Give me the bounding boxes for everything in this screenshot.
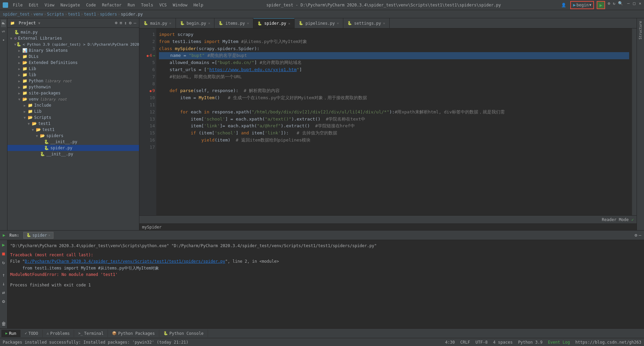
tree-item-site-packages[interactable]: ▶ 📁 site-packages [7,90,139,96]
run-file-link[interactable]: D:/Pycharm/PyCharm 2020.3.4/spider_test/… [25,259,225,264]
status-event-log[interactable]: Event Log [548,340,570,345]
tree-item-include[interactable]: ▶ 📁 Include [7,102,139,108]
run-button[interactable]: ▶ [597,1,605,9]
tree-item-lib-lower[interactable]: ▶ 📁 lib [7,72,139,78]
bottom-tab-python-packages[interactable]: 📦 Python Packages [108,330,159,337]
breadcrumb-item[interactable]: spiders [100,12,117,17]
tree-item-binary-skeletons[interactable]: ▶ 📊 Binary Skeletons [7,47,139,53]
gear-icon[interactable]: ⚙ [608,1,610,9]
sort-icon[interactable]: ↕ [124,20,127,25]
code-line-1: import scrapy [159,31,629,38]
breadcrumb-item[interactable]: spider_test [3,12,29,17]
menu-code[interactable]: Code [84,2,99,8]
tree-item-spider-py[interactable]: 🐍 spider.py [7,145,139,151]
tree-item-python-lib-root[interactable]: ▶ 📁 Pythonlibrary root [7,78,139,84]
tree-item-test1-l2[interactable]: ▼ 📂 test1 [7,127,139,133]
status-position[interactable]: 4:30 [445,340,455,345]
menu-edit[interactable]: Edit [26,2,41,8]
bottom-tab-todo[interactable]: ✓ TODO [21,330,43,337]
breadcrumb-item[interactable]: Scripts [47,12,64,17]
tab-close-items[interactable]: ✕ [247,21,249,25]
tree-item-venv-lib-root[interactable]: ▼ 📂 venvlibrary root [7,96,139,102]
run-delete-btn[interactable]: 🗑 [0,320,7,327]
tab-settings-py[interactable]: 🐍 settings.py ✕ [343,18,390,28]
tab-begin-py[interactable]: 🐍 begin.py ✕ [176,18,215,28]
right-tab-structure[interactable]: Structure [638,20,643,41]
tab-close-pipelines[interactable]: ✕ [337,21,339,25]
run-scroll-down[interactable]: ↓ [0,280,7,287]
bottom-tab-problems[interactable]: ⚠ Problems [43,330,74,337]
search-icon[interactable]: 🔍 [618,1,623,9]
tab-close-main[interactable]: ✕ [169,21,171,25]
tab-close-settings[interactable]: ✕ [383,21,385,25]
breadcrumb-file[interactable]: spider.py [121,12,143,17]
sidebar-tab-project[interactable]: P [1,20,6,27]
menu-run[interactable]: Run [125,2,138,8]
maximize-button[interactable]: □ [633,1,636,9]
minimize-panel-icon[interactable]: — [134,20,136,25]
reader-mode-label[interactable]: Reader Mode [602,217,628,222]
run-tab[interactable]: 🐍 spider ✕ [23,232,53,239]
tree-item-lib-upper[interactable]: ▶ 📁 Lib [7,66,139,72]
run-restart-btn[interactable]: ↻ [0,259,7,266]
run-config-box[interactable]: ▶ begin ▼ [570,1,594,9]
breadcrumb-item[interactable]: test1 [68,12,80,17]
breadcrumb-item[interactable]: test1 [84,12,96,17]
tree-item-main-py[interactable]: 🐍 main.py [7,29,139,35]
bottom-tab-terminal[interactable]: >_ Terminal [74,330,108,337]
run-filter-btn[interactable]: ⚙ [0,298,7,305]
menu-vcs[interactable]: VCS [157,2,169,8]
tree-item-init-py-2[interactable]: 🐍 __init__.py [7,151,139,157]
tab-pipelines-py[interactable]: 🐍 pipelines.py ✕ [295,18,343,28]
tree-item-test1-l1[interactable]: ▼ 📂 test1 [7,121,139,127]
tree-item-python39[interactable]: ▼ 🐍 < Python 3.9 (spider_test) > D:\Pych… [7,41,139,47]
run-close-icon[interactable]: — [639,233,641,238]
status-python[interactable]: Python 3.9 [518,340,543,345]
minimize-button[interactable]: — [627,1,629,9]
tree-item-venv-lib[interactable]: ▶ 📁 Lib [7,108,139,114]
run-wrap-btn[interactable]: ⇄ [0,289,7,296]
refresh-icon[interactable]: ↻ [613,1,615,9]
tree-item-init-py-1[interactable]: 🐍 __init__.py [7,139,139,145]
bottom-tab-run[interactable]: ▶ Run [1,330,21,337]
status-line-sep[interactable]: CRLF [460,340,470,345]
code-content[interactable]: import scrapy from test1.items import My… [156,28,632,215]
run-tab-close[interactable]: ✕ [48,233,50,237]
editor-scrollbar[interactable] [632,28,637,215]
run-settings-icon[interactable]: ⚙ [635,233,637,238]
tree-item-external-libraries[interactable]: ▼ ⚙ External Libraries [7,35,139,41]
status-encoding[interactable]: UTF-8 [476,340,488,345]
locate-icon[interactable]: ⊕ [115,20,118,25]
status-url[interactable]: https://blog.csdn.net/gh263 [575,340,641,345]
menu-tools[interactable]: Tools [138,2,156,8]
menu-help[interactable]: Help [191,2,206,8]
status-indent[interactable]: 4 spaces [493,340,513,345]
code-editor[interactable]: 1 2 3 ●4→ 5 6 7 8 ●9 10 11 12 13 14 [139,28,637,215]
tree-item-scripts[interactable]: ▼ 📂 Scripts [7,114,139,121]
tab-close-spider[interactable]: ✕ [288,22,290,25]
menu-window[interactable]: Window [170,2,190,8]
tree-item-pythonwin[interactable]: ▶ 📁 pythonwin [7,84,139,90]
tab-close-begin[interactable]: ✕ [208,21,210,25]
menu-navigate[interactable]: Navigate [58,2,83,8]
tab-spider-py[interactable]: 🐍 spider.py ✕ [253,18,295,28]
bottom-tab-python-console[interactable]: 🐍 Python Console [159,330,208,337]
run-play-btn[interactable]: ▶ [0,241,7,248]
close-button[interactable]: ✕ [639,1,641,9]
user-icon[interactable]: 👤 [561,3,566,7]
tree-item-extended-definitions[interactable]: ▶ 📂 Extended Definitions [7,60,139,66]
run-scroll-up[interactable]: ↑ [0,272,7,278]
breadcrumb-item[interactable]: venv [33,12,43,17]
tab-main-py[interactable]: 🐍 main.py ✕ [139,18,176,28]
sidebar-tab-structure[interactable]: S [1,28,6,35]
sidebar-tab-favorites[interactable]: ★ [1,36,6,45]
menu-file[interactable]: File [10,2,25,8]
menu-refactor[interactable]: Refactor [99,2,124,8]
run-stop-btn[interactable]: ■ [0,250,7,257]
collapse-all-icon[interactable]: ≡ [120,20,122,25]
tree-item-spiders[interactable]: ▼ 📂 spiders [7,133,139,139]
tree-item-dlls[interactable]: ▶ 📁 DLLs [7,53,139,60]
settings-icon[interactable]: ⚙ [129,20,132,25]
tab-items-py[interactable]: 🐍 items.py ✕ [214,18,253,28]
menu-view[interactable]: View [42,2,57,8]
